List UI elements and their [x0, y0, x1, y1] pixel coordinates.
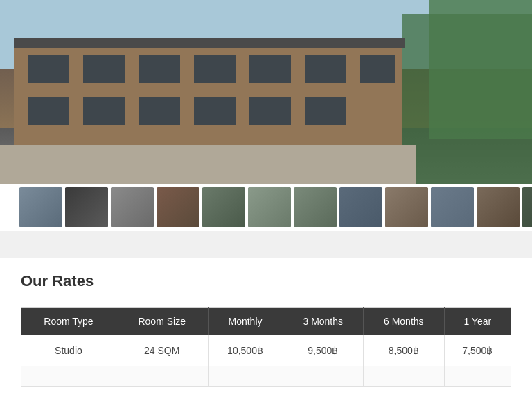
svg-rect-5	[28, 55, 69, 83]
col-3-months: 3 Months	[283, 308, 364, 336]
svg-rect-12	[28, 97, 69, 125]
svg-rect-15	[194, 97, 236, 125]
table-row: Studio 24 SQM 10,500฿ 9,500฿ 8,500฿ 7,50…	[21, 335, 511, 366]
cell-monthly-price-2	[208, 366, 283, 387]
section-separator	[0, 231, 532, 258]
cell-1-year-price-2	[444, 366, 511, 387]
main-property-image	[0, 0, 532, 184]
col-1-year: 1 Year	[444, 308, 511, 336]
thumbnail-8[interactable]	[339, 187, 382, 227]
main-image-placeholder	[0, 0, 532, 184]
rates-title: Our Rates	[21, 272, 511, 290]
thumbnail-12[interactable]	[522, 187, 532, 227]
thumbnail-4[interactable]	[157, 187, 200, 227]
svg-rect-13	[83, 97, 125, 125]
thumbnail-9[interactable]	[385, 187, 428, 227]
cell-room-size-2	[116, 366, 208, 387]
svg-rect-9	[249, 55, 291, 83]
rates-table: Room Type Room Size Monthly 3 Months 6 M…	[21, 307, 511, 387]
cell-room-type: Studio	[21, 335, 116, 366]
svg-rect-11	[360, 55, 395, 83]
col-room-size: Room Size	[116, 308, 208, 336]
rates-section: Our Rates Room Type Room Size Monthly 3 …	[0, 258, 532, 399]
svg-rect-18	[0, 145, 416, 184]
thumbnail-3[interactable]	[111, 187, 154, 227]
cell-room-type-2	[21, 366, 116, 387]
cell-6-months-price-2	[364, 366, 445, 387]
thumbnails-strip	[0, 184, 532, 231]
col-monthly: Monthly	[208, 308, 283, 336]
cell-monthly-price: 10,500฿	[208, 335, 283, 366]
thumbnail-5[interactable]	[202, 187, 245, 227]
thumbnail-6[interactable]	[248, 187, 291, 227]
svg-rect-17	[305, 97, 346, 125]
col-6-months: 6 Months	[364, 308, 445, 336]
svg-rect-2	[429, 0, 532, 139]
svg-rect-8	[194, 55, 236, 83]
cell-1-year-price: 7,500฿	[444, 335, 511, 366]
svg-rect-19	[14, 38, 405, 48]
col-room-type: Room Type	[21, 308, 116, 336]
cell-3-months-price: 9,500฿	[283, 335, 364, 366]
svg-rect-16	[249, 97, 291, 125]
cell-3-months-price-2	[283, 366, 364, 387]
table-row-2	[21, 366, 511, 387]
svg-rect-10	[305, 55, 346, 83]
thumbnail-10[interactable]	[431, 187, 474, 227]
thumbnail-11[interactable]	[477, 187, 520, 227]
svg-rect-14	[139, 97, 180, 125]
thumbnail-1[interactable]	[19, 187, 62, 227]
svg-rect-6	[83, 55, 125, 83]
cell-6-months-price: 8,500฿	[364, 335, 445, 366]
table-header-row: Room Type Room Size Monthly 3 Months 6 M…	[21, 308, 511, 336]
thumbnail-7[interactable]	[294, 187, 337, 227]
svg-rect-7	[139, 55, 180, 83]
cell-room-size: 24 SQM	[116, 335, 208, 366]
thumbnail-2[interactable]	[65, 187, 108, 227]
